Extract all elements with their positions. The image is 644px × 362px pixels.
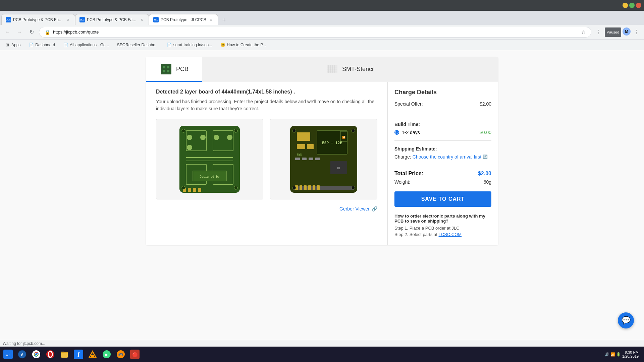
tab-2[interactable]: JLC PCB Prototype & PCB Fabricatio... × bbox=[75, 14, 149, 25]
svg-rect-3 bbox=[167, 66, 169, 68]
chat-button[interactable]: 💬 bbox=[618, 312, 634, 328]
bookmark-seoreseller[interactable]: SEOReseller Dashbo... bbox=[115, 42, 161, 48]
status-bar: Waiting for jlcpcb.com... bbox=[0, 340, 644, 347]
tab-smt[interactable]: SMT-Stencil bbox=[202, 57, 498, 82]
weight-label: Weight: bbox=[394, 179, 410, 185]
taskbar-app10[interactable]: 🔴 bbox=[128, 348, 142, 361]
profile-avatar[interactable]: M bbox=[623, 27, 631, 36]
tray-icons: 🔊 📶 🔋 bbox=[605, 352, 621, 357]
save-to-cart-button[interactable]: SAVE TO CART bbox=[394, 191, 491, 207]
bookmark-howto[interactable]: 😊 How to Create the P... bbox=[218, 42, 268, 48]
tab-1-title: PCB Prototype & PCB Fabricatio... bbox=[13, 17, 63, 22]
minimize-button[interactable] bbox=[623, 3, 628, 8]
choose-country-link[interactable]: Choose the country of arrival first bbox=[413, 154, 481, 160]
reload-button[interactable]: ↻ bbox=[27, 27, 36, 37]
forward-button[interactable]: → bbox=[15, 27, 24, 37]
lcsc-link[interactable]: LCSC.COM bbox=[439, 232, 462, 237]
special-offer-section: Special Offer: $2.00 bbox=[394, 101, 491, 116]
svg-point-21 bbox=[187, 145, 192, 150]
refresh-icon[interactable]: 🔄 bbox=[483, 155, 488, 159]
tab-3[interactable]: JLC PCB Prototype - JLCPCB × bbox=[149, 14, 218, 25]
svg-point-23 bbox=[227, 135, 232, 140]
tab-1-close[interactable]: × bbox=[65, 17, 71, 22]
nav-bar: ← → ↻ 🔒 https://jlcpcb.com/quote ☆ ⋮ Pau… bbox=[0, 25, 644, 40]
svg-point-69 bbox=[35, 353, 37, 355]
paused-label: Paused bbox=[607, 30, 619, 34]
back-button[interactable]: ← bbox=[3, 27, 12, 37]
pcb-tab-label: PCB bbox=[176, 66, 189, 73]
pcb-front-svg: Designed by bbox=[176, 124, 243, 194]
lock-icon: 🔒 bbox=[45, 29, 50, 35]
tab-3-close[interactable]: × bbox=[208, 17, 214, 22]
special-offer-value: $2.00 bbox=[480, 101, 491, 107]
bookmark-all-apps[interactable]: 📄 All applications - Go... bbox=[61, 42, 111, 48]
bookmark-dashboard-label: Dashboard bbox=[35, 43, 55, 47]
taskbar-vlc[interactable] bbox=[86, 348, 99, 361]
svg-text:🔴: 🔴 bbox=[132, 352, 138, 358]
gerber-viewer-row[interactable]: Gerber Viewer 🔗 bbox=[156, 206, 377, 212]
taskbar-files[interactable] bbox=[58, 348, 71, 361]
taskbar-start[interactable]: JLC bbox=[1, 348, 15, 361]
pcb-back-svg: ESP – 12E U1 bbox=[287, 124, 361, 194]
svg-rect-74 bbox=[61, 352, 68, 353]
svg-point-19 bbox=[187, 135, 192, 140]
pcb-images-row: Designed by bbox=[156, 119, 377, 199]
taskbar-ie[interactable]: e bbox=[15, 348, 29, 361]
close-button[interactable] bbox=[636, 3, 641, 8]
svg-rect-52 bbox=[308, 185, 311, 190]
ie-icon: e bbox=[17, 350, 27, 359]
svg-point-56 bbox=[352, 129, 355, 132]
svg-point-20 bbox=[200, 135, 206, 140]
taskbar-facebook[interactable]: f bbox=[72, 348, 85, 361]
taskbar-app9[interactable]: 🎮 bbox=[114, 348, 127, 361]
page-content: PCB SMT-Stencil bbox=[0, 50, 644, 362]
radio-button-12days[interactable] bbox=[394, 130, 399, 135]
star-icon[interactable]: ☆ bbox=[581, 29, 586, 35]
svg-rect-5 bbox=[167, 70, 169, 72]
svg-rect-39 bbox=[297, 132, 310, 141]
bookmark-all-apps-label: All applications - Go... bbox=[70, 43, 109, 47]
clock-time: 9:30 PM bbox=[622, 350, 639, 354]
order-info-section: How to order electronic parts along with… bbox=[394, 214, 491, 237]
taskbar-opera[interactable] bbox=[44, 348, 57, 361]
main-panel: Detected 2 layer board of 44x40mm(1.74x1… bbox=[146, 82, 387, 245]
save-to-cart-label: SAVE TO CART bbox=[421, 196, 465, 202]
nav-actions: ⋮ Paused M ⋮ bbox=[594, 27, 641, 37]
tab-2-close[interactable]: × bbox=[139, 17, 145, 22]
svg-text:ESP – 12E: ESP – 12E bbox=[322, 141, 342, 145]
svg-rect-42 bbox=[295, 158, 300, 160]
tab-2-favicon: JLC bbox=[79, 17, 85, 22]
upload-message: Your upload has finished processing. Ent… bbox=[156, 98, 377, 112]
build-time-section: Build Time: 1-2 days $0.00 bbox=[394, 122, 491, 141]
tab-pcb[interactable]: PCB bbox=[146, 57, 202, 82]
svg-rect-54 bbox=[317, 185, 320, 190]
maximize-button[interactable] bbox=[629, 3, 635, 8]
pcb-image-front: Designed by bbox=[156, 119, 263, 199]
extensions-button[interactable]: ⋮ bbox=[594, 27, 603, 37]
bookmark-surat[interactable]: 📄 surat-training.in/seo... bbox=[165, 42, 214, 48]
menu-button[interactable]: ⋮ bbox=[632, 27, 641, 37]
address-bar[interactable]: 🔒 https://jlcpcb.com/quote ☆ bbox=[39, 27, 591, 38]
system-tray: 🔊 📶 🔋 9:30 PM 1/20/2019 bbox=[602, 350, 643, 358]
svg-point-55 bbox=[292, 129, 296, 132]
order-step-2: Step 2. Select parts at LCSC.COM bbox=[394, 232, 491, 237]
taskbar: JLC e bbox=[0, 347, 644, 362]
app9-icon: 🎮 bbox=[116, 350, 125, 359]
opera-icon bbox=[46, 350, 55, 359]
bookmark-apps[interactable]: ⊞ Apps bbox=[3, 42, 22, 48]
bookmark-seoreseller-label: SEOReseller Dashbo... bbox=[117, 43, 159, 47]
window-controls[interactable] bbox=[623, 3, 641, 8]
special-offer-row: Special Offer: $2.00 bbox=[394, 101, 491, 107]
taskbar-chrome[interactable] bbox=[30, 348, 43, 361]
bookmark-dashboard[interactable]: 📄 Dashboard bbox=[26, 42, 57, 48]
bookmark-all-apps-icon: 📄 bbox=[63, 42, 68, 48]
new-tab-button[interactable]: + bbox=[219, 15, 229, 25]
svg-rect-27 bbox=[188, 188, 191, 192]
tab-1[interactable]: JLC PCB Prototype & PCB Fabricatio... × bbox=[1, 14, 75, 25]
tabs-bar: JLC PCB Prototype & PCB Fabricatio... × … bbox=[0, 11, 644, 25]
svg-point-58 bbox=[352, 186, 355, 189]
taskbar-android[interactable]: ▶ bbox=[100, 348, 113, 361]
product-tabs: PCB SMT-Stencil bbox=[146, 57, 498, 82]
svg-rect-40 bbox=[297, 144, 305, 149]
svg-text:Designed by: Designed by bbox=[200, 175, 220, 178]
